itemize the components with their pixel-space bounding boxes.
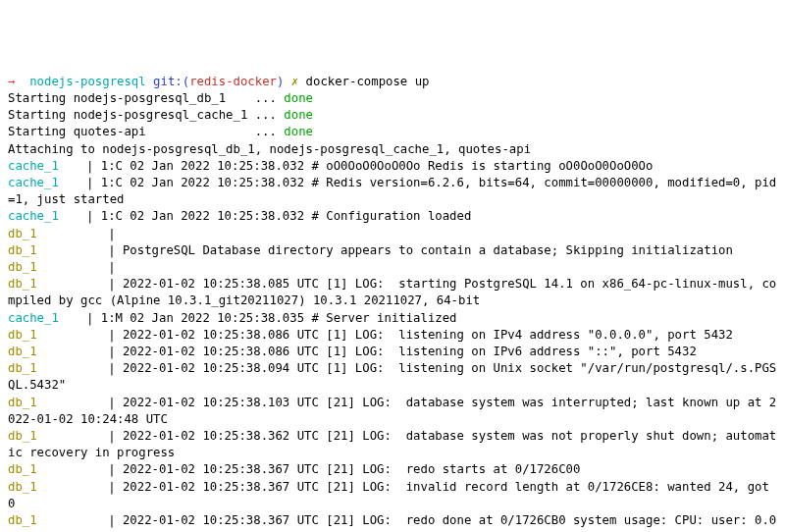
log-text: | 2022-01-02 10:25:38.086 UTC [1] LOG: l…: [108, 345, 697, 358]
service-label: db_1: [8, 512, 65, 529]
log-line: db_1 | 2022-01-02 10:25:38.367 UTC [21] …: [8, 479, 777, 512]
log-text: | 1:C 02 Jan 2022 10:25:38.032 # oO0OoO0…: [86, 159, 653, 173]
service-label: cache_1: [8, 175, 65, 191]
log-line: db_1 | PostgreSQL Database directory app…: [8, 242, 777, 259]
git-close: ): [277, 75, 284, 88]
service-label: db_1: [8, 259, 65, 276]
git-label: git:(: [153, 75, 189, 88]
service-label: db_1: [8, 360, 65, 377]
log-text: |: [108, 227, 123, 240]
log-text: Starting nodejs-posgresql_cache_1 ...: [8, 108, 284, 122]
log-text: | 2022-01-02 10:25:38.085 UTC [1] LOG: s…: [8, 277, 776, 307]
service-label: db_1: [8, 276, 65, 293]
log-line: db_1 | 2022-01-02 10:25:38.103 UTC [21] …: [8, 395, 777, 428]
service-label: db_1: [8, 395, 65, 411]
log-line: db_1 | 2022-01-02 10:25:38.367 UTC [21] …: [8, 461, 777, 478]
log-text: |: [108, 260, 123, 274]
prompt-dir: nodejs-posgresql: [29, 75, 145, 88]
log-line: db_1 |: [8, 259, 777, 276]
log-text: | 2022-01-02 10:25:38.367 UTC [21] LOG: …: [108, 462, 580, 476]
log-text: | 2022-01-02 10:25:38.086 UTC [1] LOG: l…: [108, 328, 733, 342]
service-label: db_1: [8, 344, 65, 360]
log-line: cache_1 | 1:M 02 Jan 2022 10:25:38.035 #…: [8, 310, 777, 327]
service-label: db_1: [8, 428, 65, 445]
terminal-output[interactable]: → nodejs-posgresql git:(redis-docker) ✗ …: [8, 74, 777, 532]
log-line: db_1 | 2022-01-02 10:25:38.086 UTC [1] L…: [8, 327, 777, 344]
log-text: | 1:M 02 Jan 2022 10:25:38.035 # Server …: [86, 311, 457, 325]
log-text: | 2022-01-02 10:25:38.094 UTC [1] LOG: l…: [8, 361, 776, 392]
log-line: db_1 | 2022-01-02 10:25:38.086 UTC [1] L…: [8, 344, 777, 360]
log-text: | 2022-01-02 10:25:38.367 UTC [21] LOG: …: [8, 480, 776, 510]
log-line: Starting nodejs-posgresql_db_1 ... done: [8, 90, 777, 107]
log-line: Starting quotes-api ... done: [8, 124, 777, 140]
service-label: cache_1: [8, 310, 65, 327]
log-line: db_1 | 2022-01-02 10:25:38.085 UTC [1] L…: [8, 276, 777, 309]
log-text: | PostgreSQL Database directory appears …: [108, 243, 733, 257]
log-line: Starting nodejs-posgresql_cache_1 ... do…: [8, 107, 777, 124]
log-text: Starting nodejs-posgresql_db_1 ...: [8, 91, 284, 105]
service-label: db_1: [8, 226, 65, 242]
prompt-line: → nodejs-posgresql git:(redis-docker) ✗ …: [8, 74, 777, 90]
service-label: cache_1: [8, 158, 65, 175]
status-done: done: [284, 108, 313, 122]
log-line: db_1 | 2022-01-02 10:25:38.094 UTC [1] L…: [8, 360, 777, 394]
service-label: cache_1: [8, 208, 65, 225]
dirty-icon: ✗: [291, 75, 298, 88]
log-text: | 1:C 02 Jan 2022 10:25:38.032 # Configu…: [86, 209, 471, 223]
log-text: | 1:C 02 Jan 2022 10:25:38.032 # Redis v…: [8, 176, 776, 206]
command-text: docker-compose up: [306, 75, 430, 88]
status-done: done: [284, 125, 313, 138]
status-done: done: [284, 91, 313, 105]
service-label: db_1: [8, 461, 65, 478]
log-text: | 2022-01-02 10:25:38.367 UTC [21] LOG: …: [8, 513, 776, 532]
log-text: | 2022-01-02 10:25:38.103 UTC [21] LOG: …: [8, 396, 776, 426]
log-line: db_1 | 2022-01-02 10:25:38.367 UTC [21] …: [8, 512, 777, 532]
log-text: Attaching to nodejs-posgresql_db_1, node…: [8, 142, 531, 156]
log-line: cache_1 | 1:C 02 Jan 2022 10:25:38.032 #…: [8, 175, 777, 208]
service-label: db_1: [8, 327, 65, 344]
prompt-arrow-icon: →: [8, 75, 15, 88]
log-line: cache_1 | 1:C 02 Jan 2022 10:25:38.032 #…: [8, 208, 777, 225]
log-line: Attaching to nodejs-posgresql_db_1, node…: [8, 141, 777, 158]
log-text: | 2022-01-02 10:25:38.362 UTC [21] LOG: …: [8, 429, 776, 459]
log-line: db_1 | 2022-01-02 10:25:38.362 UTC [21] …: [8, 428, 777, 461]
git-branch: redis-docker: [189, 75, 277, 88]
service-label: db_1: [8, 242, 65, 259]
log-line: cache_1 | 1:C 02 Jan 2022 10:25:38.032 #…: [8, 158, 777, 175]
log-line: db_1 |: [8, 226, 777, 242]
service-label: db_1: [8, 479, 65, 496]
log-text: Starting quotes-api ...: [8, 125, 284, 138]
